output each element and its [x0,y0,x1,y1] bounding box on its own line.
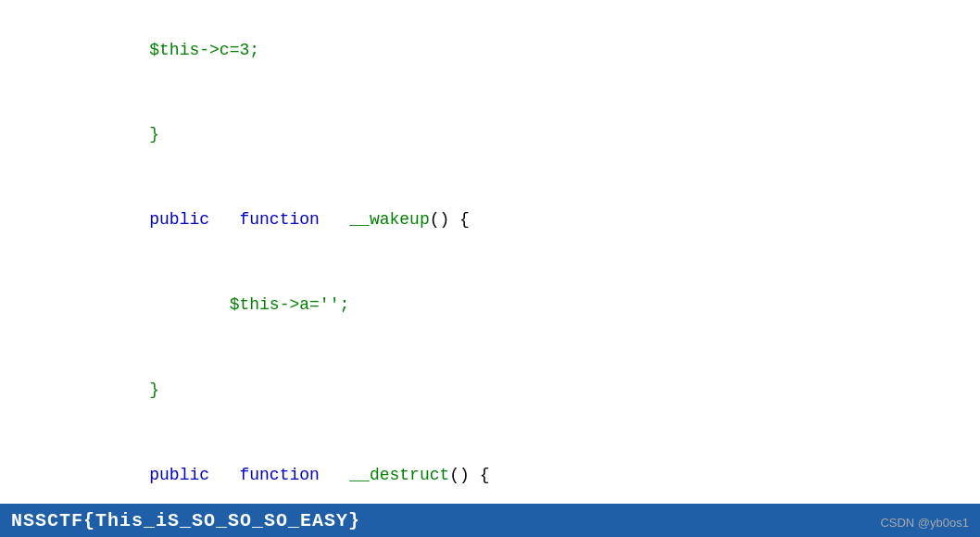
code-text [69,210,149,229]
code-text: () { [430,210,470,229]
code-text [69,466,149,484]
code-text [320,210,349,229]
code-text [209,210,239,229]
csdn-credit: CSDN @yb0os1 [880,516,969,530]
code-text: $this->c=3; [69,41,259,59]
code-container: $this->c=3; } public function __wakeup()… [0,0,980,537]
method-name: __wakeup [349,210,429,229]
code-line-5: } [9,347,980,432]
keyword-public: public [149,466,209,484]
method-name: __destruct [349,466,449,484]
code-text: () { [449,466,489,484]
code-line-2: } [9,93,980,178]
code-text: } [69,125,159,144]
flag-text: NSSCTF{This_iS_SO_SO_SO_EASY} [11,510,360,531]
code-line-1: $this->c=3; [9,7,980,93]
keyword-public: public [149,210,209,229]
code-block: $this->c=3; } public function __wakeup()… [0,0,980,537]
code-text [320,466,349,484]
code-text: $this->a=''; [69,295,349,314]
keyword-function: function [239,210,319,229]
code-line-4: $this->a=''; [9,262,980,347]
keyword-function: function [239,466,319,484]
flag-bar: NSSCTF{This_iS_SO_SO_SO_EASY} [0,504,980,537]
code-line-3: public function __wakeup() { [9,178,980,263]
code-text: } [69,381,159,399]
code-text [209,466,239,484]
